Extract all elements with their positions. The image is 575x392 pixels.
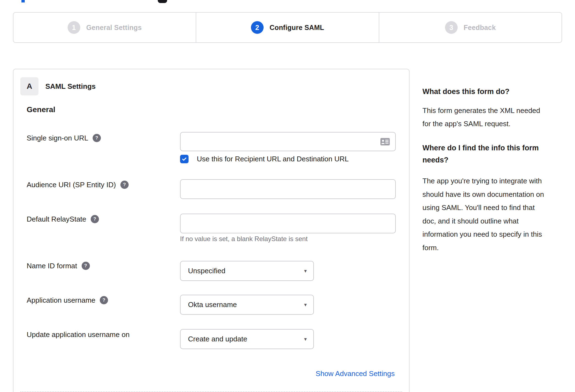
application-username-select[interactable]: Okta username ▾ bbox=[180, 295, 314, 315]
application-username-label-text: Application username bbox=[27, 296, 95, 305]
help-question-2: Where do I find the info this form needs… bbox=[422, 142, 563, 166]
show-advanced-settings-link[interactable]: Show Advanced Settings bbox=[316, 369, 395, 378]
help-icon[interactable]: ? bbox=[91, 215, 99, 223]
clipped-header-fragment-dark bbox=[158, 0, 167, 3]
relay-state-input[interactable] bbox=[180, 214, 396, 233]
application-username-value: Okta username bbox=[188, 300, 237, 309]
help-question-1: What does this form do? bbox=[422, 87, 563, 96]
step-label: Feedback bbox=[464, 24, 496, 32]
relay-state-helper-text: If no value is set, a blank RelayState i… bbox=[180, 235, 308, 243]
audience-uri-label-text: Audience URI (SP Entity ID) bbox=[27, 181, 116, 189]
saml-settings-panel: A SAML Settings General Single sign-on U… bbox=[13, 69, 410, 392]
help-icon[interactable]: ? bbox=[100, 296, 108, 304]
name-id-format-select[interactable]: Unspecified ▾ bbox=[180, 261, 314, 281]
recipient-url-checkbox-label: Use this for Recipient URL and Destinati… bbox=[197, 155, 349, 163]
update-username-label: Update application username on bbox=[27, 328, 129, 341]
clipped-header-fragment-blue bbox=[21, 0, 25, 2]
section-title: SAML Settings bbox=[45, 81, 96, 91]
recipient-url-checkbox-row: Use this for Recipient URL and Destinati… bbox=[180, 154, 349, 163]
step-label: Configure SAML bbox=[270, 24, 324, 32]
section-a-badge: A bbox=[20, 77, 38, 95]
name-id-format-label: Name ID format ? bbox=[27, 259, 90, 272]
sso-url-input-wrap bbox=[180, 132, 396, 151]
checkmark-icon bbox=[181, 156, 187, 162]
help-icon[interactable]: ? bbox=[82, 262, 90, 270]
name-id-format-label-text: Name ID format bbox=[27, 262, 77, 270]
general-group-heading: General bbox=[27, 105, 55, 114]
audience-uri-label: Audience URI (SP Entity ID) ? bbox=[27, 178, 129, 191]
step-general-settings[interactable]: 1 General Settings bbox=[13, 12, 196, 43]
application-username-label: Application username ? bbox=[27, 294, 108, 307]
wizard-stepper: 1 General Settings 2 Configure SAML 3 Fe… bbox=[13, 12, 562, 43]
step-configure-saml[interactable]: 2 Configure SAML bbox=[196, 12, 379, 43]
name-id-format-value: Unspecified bbox=[188, 267, 225, 275]
step-number-badge: 1 bbox=[68, 21, 80, 34]
help-sidebar: What does this form do? This form genera… bbox=[422, 87, 563, 254]
relay-state-input-wrap bbox=[180, 214, 396, 233]
sso-url-label: Single sign-on URL ? bbox=[27, 131, 101, 145]
update-username-label-text: Update application username on bbox=[27, 330, 129, 339]
update-username-select[interactable]: Create and update ▾ bbox=[180, 329, 314, 349]
help-answer-2: The app you're trying to integrate with … bbox=[422, 174, 563, 254]
step-number-badge: 2 bbox=[251, 21, 264, 34]
relay-state-label-text: Default RelayState bbox=[27, 215, 86, 223]
step-number-badge: 3 bbox=[445, 21, 458, 34]
chevron-down-icon: ▾ bbox=[304, 268, 307, 274]
audience-uri-input-wrap bbox=[180, 179, 396, 199]
step-feedback[interactable]: 3 Feedback bbox=[379, 12, 562, 43]
help-icon[interactable]: ? bbox=[120, 181, 129, 189]
update-username-value: Create and update bbox=[188, 335, 247, 343]
audience-uri-input[interactable] bbox=[180, 179, 396, 199]
sso-url-label-text: Single sign-on URL bbox=[27, 134, 88, 142]
relay-state-label: Default RelayState ? bbox=[27, 212, 99, 226]
chevron-down-icon: ▾ bbox=[304, 302, 307, 308]
chevron-down-icon: ▾ bbox=[304, 336, 307, 342]
help-icon[interactable]: ? bbox=[93, 134, 101, 142]
recipient-url-checkbox[interactable] bbox=[180, 155, 189, 163]
sso-url-input[interactable] bbox=[180, 132, 396, 151]
help-answer-1: This form generates the XML needed for t… bbox=[422, 104, 563, 130]
contact-card-icon bbox=[380, 138, 390, 145]
step-label: General Settings bbox=[86, 24, 142, 32]
